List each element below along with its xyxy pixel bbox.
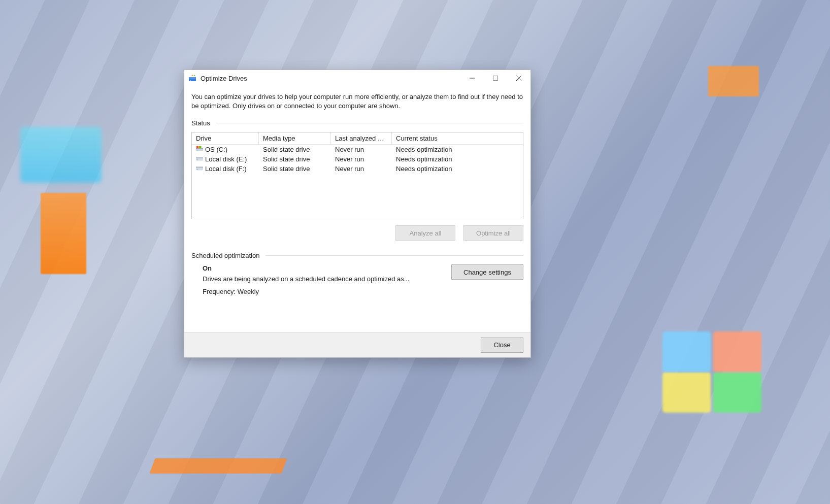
drive-icon (196, 146, 203, 153)
table-row[interactable]: OS (C:)Solid state driveNever runNeeds o… (192, 145, 523, 154)
titlebar[interactable]: Optimize Drives (184, 70, 530, 86)
listview-header[interactable]: Drive Media type Last analyzed or ... Cu… (192, 132, 523, 145)
dialog-footer: Close (184, 332, 530, 357)
svg-point-11 (197, 150, 198, 151)
schedule-description: Drives are being analyzed on a scheduled… (203, 275, 441, 283)
svg-point-14 (197, 159, 198, 160)
svg-rect-4 (493, 76, 498, 81)
svg-rect-13 (196, 157, 203, 158)
divider (265, 255, 523, 256)
close-dialog-button[interactable]: Close (481, 338, 523, 353)
intro-text: You can optimize your drives to help you… (191, 92, 523, 110)
cell-last: Never run (331, 164, 392, 174)
cell-drive: OS (C:) (192, 145, 259, 154)
drives-listview[interactable]: Drive Media type Last analyzed or ... Cu… (191, 132, 523, 219)
optimize-drives-icon (188, 74, 196, 82)
table-row[interactable]: Local disk (F:)Solid state driveNever ru… (192, 164, 523, 174)
window-title: Optimize Drives (201, 75, 247, 82)
schedule-state: On (203, 264, 441, 272)
column-current[interactable]: Current status (392, 132, 523, 144)
cell-last: Never run (331, 154, 392, 164)
cell-media: Solid state drive (259, 154, 331, 164)
cell-drive: Local disk (F:) (192, 164, 259, 174)
drive-name: Local disk (F:) (205, 165, 247, 173)
divider (216, 123, 523, 123)
minimize-button[interactable] (460, 70, 484, 86)
column-media[interactable]: Media type (259, 132, 331, 144)
drive-icon (196, 165, 203, 173)
optimize-drives-window: Optimize Drives You can optimize your dr… (184, 70, 531, 358)
schedule-group-label: Scheduled optimization (191, 252, 259, 259)
drive-name: OS (C:) (205, 146, 227, 153)
analyze-all-button[interactable]: Analyze all (395, 225, 455, 241)
table-row[interactable]: Local disk (E:)Solid state driveNever ru… (192, 154, 523, 164)
maximize-button[interactable] (484, 70, 507, 86)
svg-rect-10 (199, 146, 201, 148)
svg-point-2 (190, 80, 191, 81)
schedule-frequency: Frequency: Weekly (203, 288, 441, 295)
svg-rect-1 (189, 77, 196, 79)
optimize-all-button[interactable]: Optimize all (463, 225, 523, 241)
status-group-label: Status (191, 119, 210, 127)
cell-current: Needs optimization (392, 145, 523, 154)
change-settings-button[interactable]: Change settings (451, 264, 523, 280)
cell-current: Needs optimization (392, 164, 523, 174)
column-last[interactable]: Last analyzed or ... (331, 132, 392, 144)
cell-media: Solid state drive (259, 164, 331, 174)
svg-rect-16 (196, 166, 203, 168)
cell-last: Never run (331, 145, 392, 154)
drive-name: Local disk (E:) (205, 155, 247, 163)
svg-point-17 (197, 169, 198, 170)
drive-icon (196, 155, 203, 163)
cell-media: Solid state drive (259, 145, 331, 154)
cell-current: Needs optimization (392, 154, 523, 164)
svg-rect-9 (196, 146, 198, 148)
cell-drive: Local disk (E:) (192, 154, 259, 164)
close-button[interactable] (507, 70, 530, 86)
column-drive[interactable]: Drive (192, 132, 259, 144)
